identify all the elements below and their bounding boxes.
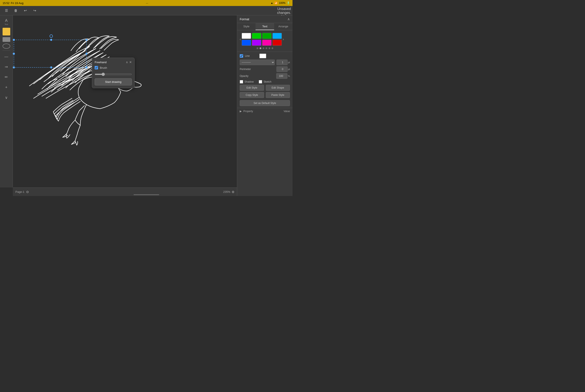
freehand-brush-checkbox[interactable] xyxy=(95,66,98,70)
line-checkbox-row: Line xyxy=(240,54,290,58)
property-value-label: Value xyxy=(284,110,290,113)
canvas-area[interactable] xyxy=(13,15,237,188)
line-style-row: ───── - - - - pt xyxy=(240,60,290,65)
opacity-unit: % xyxy=(288,75,290,77)
color-swatch-white[interactable] xyxy=(242,33,251,39)
line-checkbox[interactable] xyxy=(240,54,243,58)
redo-button[interactable]: ↪ xyxy=(31,7,39,14)
shadow-checkbox[interactable] xyxy=(240,80,243,84)
shape-rect-tool[interactable] xyxy=(3,37,10,42)
freehand-brush-row: Brush xyxy=(95,66,132,70)
svg-point-5 xyxy=(86,39,88,41)
battery-icon: 🔋 xyxy=(287,2,290,4)
format-header: Format ∧ xyxy=(237,15,293,23)
perimeter-row: Perimeter pt xyxy=(240,66,290,72)
format-collapse-button[interactable]: ∧ xyxy=(287,17,290,21)
bottom-bar: Page-1 ⊖ 235% ⊕ xyxy=(13,188,237,196)
paste-style-button[interactable]: Paste Style xyxy=(266,92,290,98)
edit-shape-button[interactable]: Edit Shape xyxy=(266,85,290,91)
property-collapse-icon: ▶ xyxy=(240,110,242,113)
scroll-indicator xyxy=(134,194,159,195)
time-display: 15:52 xyxy=(3,2,10,5)
sketch-checkbox[interactable] xyxy=(259,80,262,84)
arrow-tool[interactable]: ⇒ xyxy=(2,62,11,72)
tab-style[interactable]: Style xyxy=(237,23,256,30)
zoom-info: 235% ⊕ xyxy=(223,190,234,194)
zoom-in-button[interactable]: ⊕ xyxy=(232,190,234,194)
perimeter-input[interactable] xyxy=(276,66,288,72)
color-page-dot-1 xyxy=(257,48,258,49)
line-tool[interactable]: — xyxy=(2,52,11,61)
edit-buttons-row: Edit Style Edit Shape xyxy=(240,85,290,91)
shape-ellipse-tool[interactable] xyxy=(3,44,10,49)
copy-style-button[interactable]: Copy Style xyxy=(240,92,264,98)
line-style-select[interactable]: ───── - - - - xyxy=(240,60,275,65)
color-swatch-blue2[interactable] xyxy=(242,40,251,46)
color-page-dot-3 xyxy=(263,48,264,49)
tab-arrange[interactable]: Arrange xyxy=(274,23,293,30)
shadow-label: Shadow xyxy=(244,80,254,83)
shadow-row: Shadow xyxy=(240,80,254,84)
set-default-style-button[interactable]: Set as Default Style xyxy=(240,100,290,106)
wifi-icon: 📶 xyxy=(274,2,278,4)
shadow-sketch-row: Shadow Sketch xyxy=(240,80,290,84)
color-swatch-yellow[interactable] xyxy=(3,28,10,36)
color-prev-button[interactable]: ‹ xyxy=(240,37,241,41)
side-toolbar: A Text — ⇒ ✏ + ∨ xyxy=(0,15,13,188)
svg-point-8 xyxy=(13,66,15,68)
three-dots-menu: ··· xyxy=(146,2,148,5)
color-next-button[interactable]: › xyxy=(283,37,284,41)
copy-paste-buttons-row: Copy Style Paste Style xyxy=(240,92,290,98)
property-table-header[interactable]: ▶ Property Value xyxy=(240,110,290,113)
perimeter-unit: pt xyxy=(288,68,290,70)
format-title: Format xyxy=(240,18,249,21)
toolbar: ☰ 🗑 ↩ ↪ Unsaved changes. Click here to s… xyxy=(0,6,293,15)
menu-button[interactable]: ☰ xyxy=(3,7,10,14)
color-swatch-green1[interactable] xyxy=(252,33,261,39)
freehand-minimize-button[interactable]: ∧ xyxy=(126,60,128,64)
line-width-unit: pt xyxy=(288,61,290,64)
freehand-brush-size-slider[interactable] xyxy=(95,74,132,75)
start-drawing-button[interactable]: Start drawing xyxy=(95,78,132,86)
svg-point-3 xyxy=(13,39,15,41)
line-width-input[interactable] xyxy=(276,60,288,65)
color-swatch-blue1[interactable] xyxy=(272,33,282,39)
opacity-input[interactable] xyxy=(276,73,287,79)
opacity-row: Opacity % xyxy=(240,73,290,79)
color-swatch-purple[interactable] xyxy=(252,40,261,46)
freehand-brush-label: Brush xyxy=(100,66,107,70)
line-color-box[interactable] xyxy=(259,54,266,58)
text-tool[interactable]: A Text xyxy=(2,17,11,26)
svg-point-11 xyxy=(50,34,53,38)
sketch-row: Sketch xyxy=(259,80,271,84)
arrow-icon: ⇒ xyxy=(5,64,8,69)
draw-tool[interactable]: ✏ xyxy=(2,72,11,82)
zoom-out-button[interactable]: ⊖ xyxy=(26,190,29,194)
color-section: ‹ › xyxy=(237,30,293,52)
page-label: Page-1 xyxy=(16,190,24,194)
freehand-popup-header: Freehand ∧ ✕ xyxy=(95,60,132,64)
delete-button[interactable]: 🗑 xyxy=(12,7,20,14)
property-header-label: Property xyxy=(243,110,253,113)
tab-text[interactable]: Text xyxy=(256,23,274,30)
color-page-dot-6 xyxy=(272,48,273,49)
signal-icon: ▲ xyxy=(271,2,273,4)
page-info: Page-1 ⊖ xyxy=(16,190,29,194)
bird-drawing xyxy=(13,15,237,188)
color-grid xyxy=(242,33,282,46)
add-tool[interactable]: + xyxy=(2,83,11,92)
color-swatch-pink[interactable] xyxy=(262,40,272,46)
color-swatch-red[interactable] xyxy=(272,40,282,46)
svg-point-4 xyxy=(50,39,52,41)
svg-point-10 xyxy=(86,66,88,68)
plus-icon: + xyxy=(5,85,8,90)
svg-point-9 xyxy=(50,66,52,68)
freehand-close-button[interactable]: ✕ xyxy=(129,60,132,64)
sketch-label: Sketch xyxy=(263,80,271,83)
edit-style-button[interactable]: Edit Style xyxy=(240,85,264,91)
more-tool[interactable]: ∨ xyxy=(2,93,11,102)
undo-button[interactable]: ↩ xyxy=(21,7,29,14)
line-icon: — xyxy=(5,54,8,59)
color-swatch-green2[interactable] xyxy=(262,33,272,39)
color-page-dot-5 xyxy=(269,48,270,49)
